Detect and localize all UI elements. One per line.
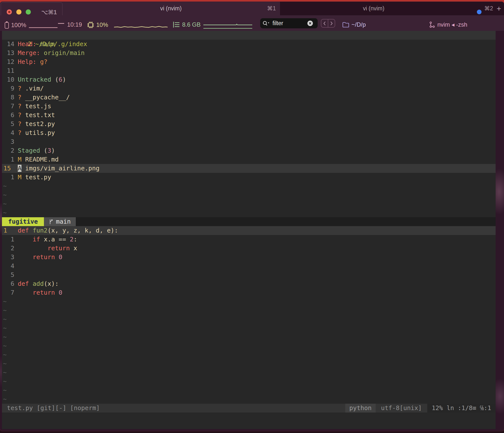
buffer-line[interactable]: 12Help: g?: [2, 57, 496, 66]
line-number: 5: [2, 120, 14, 128]
line-number: 7: [2, 102, 14, 111]
nav-forward-button[interactable]: [328, 19, 335, 27]
code-token: (: [40, 147, 47, 154]
line-number: 1: [2, 173, 14, 182]
filler-line: ~: [2, 324, 496, 333]
buffer-line[interactable]: 8? __pycache__/: [2, 93, 496, 102]
code-token: ?: [18, 85, 25, 92]
vim-editor[interactable]: 2~/D/p/.g/index 14Head: main13Merge: ori…: [2, 31, 496, 429]
cpu-history-sparkline: [114, 24, 168, 29]
buffer-line[interactable]: 1M README.md: [2, 155, 496, 164]
buffer-line[interactable]: 4? utils.py: [2, 128, 496, 137]
code-token: return: [47, 245, 73, 252]
code-token: 0: [59, 289, 62, 296]
filler-line: ~: [2, 368, 496, 377]
buffer-line[interactable]: 4: [2, 262, 496, 271]
vim-tabline[interactable]: 2~/D/p/.g/index: [2, 31, 496, 40]
buffer-line[interactable]: 15A imgs/vim_airline.png: [2, 164, 496, 173]
buffer-line[interactable]: 10Untracked (6): [2, 75, 496, 84]
tab-vi-nvim-2[interactable]: vi (nvim): [280, 2, 504, 15]
memory-history-sparkline: [203, 24, 253, 30]
buffer-line[interactable]: 3: [2, 137, 496, 146]
inactive-statusline[interactable]: test.py [git][-] [noperm] python utf-8[u…: [2, 404, 496, 413]
line-number: 9: [2, 84, 14, 93]
zoom-button[interactable]: [26, 9, 31, 15]
buffer-line[interactable]: 2Staged (3): [2, 146, 496, 155]
line-number: 2: [2, 146, 14, 155]
clock-widget: 10:19: [67, 21, 82, 28]
terminal-status-bar: 100% 10:19 10%: [0, 15, 504, 31]
line-number: 4: [2, 128, 14, 137]
buffer-line[interactable]: 1M test.py: [2, 173, 496, 182]
buffer-line[interactable]: 2 return x: [2, 244, 496, 253]
code-token: [18, 236, 33, 243]
code-token: test.py: [25, 174, 51, 181]
tilde-marker: ~: [3, 306, 7, 315]
history-nav-buttons: [321, 19, 335, 28]
nav-back-button[interactable]: [321, 19, 328, 27]
code-token: imgs/vim_airline.png: [21, 165, 99, 172]
code-token: ?: [18, 94, 25, 101]
close-dot-icon: [8, 11, 10, 13]
cursor: A: [18, 165, 21, 172]
line-number: 12: [2, 57, 14, 66]
code-token: def: [18, 280, 33, 287]
cpu-icon: [87, 21, 94, 29]
chevron-right-icon: [330, 21, 333, 26]
tilde-marker: ~: [3, 342, 7, 350]
buffer-line[interactable]: 1 if x.a == 2:: [2, 235, 496, 244]
buffer-line[interactable]: 5? test2.py: [2, 120, 496, 128]
filler-line: ~: [2, 342, 496, 350]
code-token: return: [33, 289, 58, 296]
folder-icon: [342, 21, 349, 28]
line-number: 1: [2, 155, 14, 164]
line-number: 7: [2, 288, 14, 297]
tilde-marker: ~: [3, 377, 7, 386]
filler-line: ~: [2, 395, 496, 404]
cwd-widget[interactable]: ~/D/p: [342, 21, 366, 28]
tilde-marker: ~: [3, 386, 7, 395]
code-token: Merge:: [18, 49, 44, 56]
buffer-line[interactable]: 6? test.txt: [2, 111, 496, 120]
filler-line: ~: [2, 359, 496, 368]
tab-title: vi (nvim): [363, 5, 385, 12]
line-number: 2: [2, 244, 14, 253]
line-number: 6: [2, 279, 14, 288]
code-token: (x, y, z, k, d, e):: [47, 227, 118, 234]
filter-search-box[interactable]: [260, 18, 318, 28]
buffer-line[interactable]: 1def fun2(x, y, z, k, d, e):: [2, 226, 496, 235]
buffer-line[interactable]: 6def add(x):: [2, 279, 496, 288]
clear-filter-icon[interactable]: [307, 20, 313, 26]
buffer-line[interactable]: 9? .vim/: [2, 84, 496, 93]
buffer-line[interactable]: 5: [2, 271, 496, 279]
buffer-line[interactable]: 3 return 0: [2, 253, 496, 262]
tab-bar: vi (nvim) vi (nvim) ⌥⌘1 ⌘1 ⌘2 +: [0, 2, 504, 15]
code-token: def: [18, 227, 33, 234]
code-token: test.js: [25, 103, 51, 110]
buffer-line[interactable]: 11: [2, 66, 496, 75]
code-token: ?: [18, 120, 25, 127]
code-token: 6: [59, 76, 62, 83]
code-token: Help:: [18, 58, 40, 65]
filler-line: ~: [2, 333, 496, 342]
code-token: Untracked: [18, 76, 51, 83]
code-token: __pycache__/: [25, 94, 70, 101]
filter-input[interactable]: [272, 20, 305, 27]
battery-history-sparkline: [29, 22, 65, 29]
buffer-line[interactable]: 13Merge: origin/main: [2, 49, 496, 57]
fugitive-statusline[interactable]: fugitive main: [2, 217, 496, 226]
buffer-line[interactable]: 7? test.js: [2, 102, 496, 111]
tilde-marker: ~: [3, 333, 7, 342]
close-button[interactable]: [7, 9, 12, 15]
buffer-line[interactable]: 7 return 0: [2, 288, 496, 297]
tilde-marker: ~: [3, 199, 7, 208]
code-token: ?: [18, 103, 25, 110]
command-line[interactable]: [2, 413, 496, 429]
tilde-marker: ~: [3, 350, 7, 359]
buffer-line[interactable]: 14Head: main: [2, 40, 496, 49]
line-number: 3: [2, 137, 14, 146]
new-tab-button[interactable]: +: [497, 4, 501, 13]
code-token: return: [33, 253, 58, 261]
minimize-button[interactable]: [16, 9, 21, 15]
code-token: utils.py: [25, 129, 55, 136]
